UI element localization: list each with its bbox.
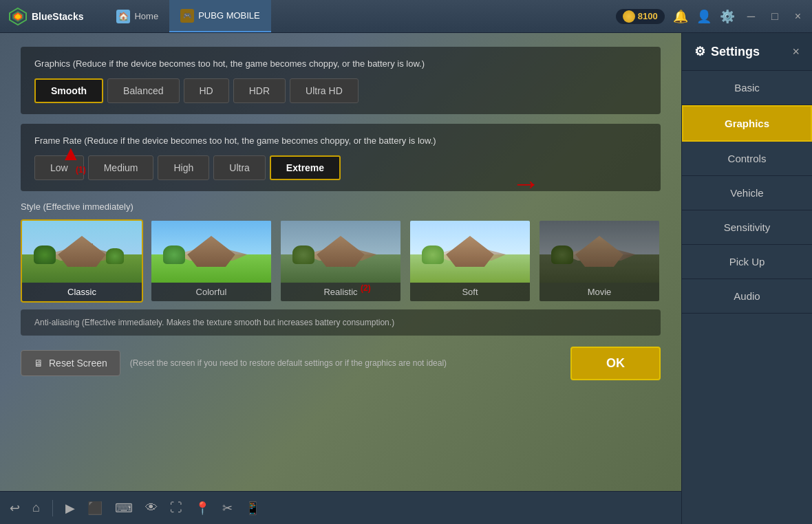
tab-pubg[interactable]: 🎮 PUBG MOBILE (169, 0, 271, 32)
brand-label: BlueStacks (32, 11, 83, 22)
reset-screen-label: Reset Screen (49, 358, 107, 369)
style-realistic-label: Realistic (281, 283, 400, 301)
settings-icon[interactable]: ⚙️ (720, 9, 735, 24)
coin-amount: 8100 (638, 11, 658, 21)
reset-note: (Reset the screen if you need to restore… (130, 358, 561, 368)
quality-balanced-button[interactable]: Balanced (107, 78, 179, 103)
anti-alias-section: Anti-aliasing (Effective immediately. Ma… (21, 309, 661, 336)
settings-header: ⚙ Settings × (682, 33, 812, 71)
record-icon[interactable]: ⬛ (87, 501, 103, 516)
style-movie-thumbnail (539, 221, 659, 283)
anti-alias-text: Anti-aliasing (Effective immediately. Ma… (34, 318, 647, 327)
style-soft-card[interactable]: Soft (409, 219, 531, 303)
settings-close-button[interactable]: × (792, 45, 800, 59)
pubg-tab-icon: 🎮 (180, 9, 194, 23)
fullscreen-icon[interactable]: ⛶ (170, 501, 182, 515)
annotation-1: (1) (76, 165, 86, 175)
coin-badge: 8100 (616, 9, 665, 24)
settings-item-basic[interactable]: Basic (682, 71, 812, 105)
framerate-ultra-button[interactable]: Ultra (213, 155, 266, 180)
style-movie-label: Movie (539, 283, 659, 301)
account-icon[interactable]: 👤 (696, 9, 712, 24)
graphics-quality-title: Graphics (Reduce if the device becomes t… (34, 58, 647, 70)
framerate-title: Frame Rate (Reduce if the device becomes… (34, 135, 647, 147)
play-icon[interactable]: ▶ (65, 501, 75, 516)
framerate-extreme-button[interactable]: Extreme (270, 155, 341, 180)
main-layout: Graphics (Reduce if the device becomes t… (0, 33, 812, 524)
logo-area: BlueStacks (0, 7, 105, 26)
bluestacks-logo-icon (8, 7, 28, 26)
reset-screen-button[interactable]: 🖥 Reset Screen (21, 350, 120, 376)
gear-icon: ⚙ (694, 44, 705, 59)
style-colorful-card[interactable]: Colorful (150, 219, 273, 303)
framerate-section: Frame Rate (Reduce if the device becomes… (21, 124, 661, 191)
quality-hd-button[interactable]: HD (184, 78, 229, 103)
style-classic-label: Classic (22, 283, 142, 301)
pubg-tab-label: PUBG MOBILE (198, 10, 260, 21)
style-colorful-thumbnail (151, 221, 271, 283)
settings-item-pickup[interactable]: Pick Up (682, 245, 812, 279)
settings-item-sensitivity[interactable]: Sensitivity (682, 210, 812, 245)
coin-icon (623, 10, 635, 23)
arrow-up-1-icon: ▲ (61, 142, 81, 165)
framerate-high-button[interactable]: High (158, 155, 209, 180)
style-title: Style (Effective immediately) (21, 201, 661, 213)
close-window-button[interactable]: × (791, 10, 805, 23)
graphics-quality-buttons: Smooth Balanced HD HDR Ultra HD (34, 78, 647, 103)
content-area: Graphics (Reduce if the device becomes t… (0, 33, 681, 524)
settings-item-controls[interactable]: Controls (682, 142, 812, 176)
ok-button[interactable]: OK (570, 347, 661, 380)
settings-item-graphics[interactable]: Graphics (682, 105, 812, 142)
location-icon[interactable]: 📍 (195, 501, 210, 516)
settings-item-audio[interactable]: Audio (682, 279, 812, 314)
quality-smooth-button[interactable]: Smooth (34, 78, 103, 103)
taskbar: ↩ ⌂ ▶ ⬛ ⌨ 👁 ⛶ 📍 ✂ 📱 (0, 491, 681, 524)
style-section: Style (Effective immediately) Classic (21, 201, 661, 302)
maximize-button[interactable]: □ (767, 10, 782, 23)
home-tab-label: Home (134, 11, 158, 21)
quality-hdr-button[interactable]: HDR (233, 78, 286, 103)
style-realistic-thumbnail (281, 221, 400, 283)
settings-title: ⚙ Settings (694, 44, 760, 59)
style-movie-card[interactable]: Movie (538, 219, 661, 303)
style-colorful-label: Colorful (151, 283, 271, 301)
titlebar-right: 8100 🔔 👤 ⚙️ ─ □ × (616, 9, 812, 24)
style-classic-card[interactable]: Classic (21, 219, 143, 303)
style-grid: Classic Colorful (21, 219, 661, 303)
framerate-buttons: Low Medium High Ultra Extreme (34, 155, 647, 180)
eye-icon[interactable]: 👁 (145, 501, 158, 515)
settings-panel: ⚙ Settings × Basic Graphics Controls Veh… (681, 33, 812, 524)
scissors-icon[interactable]: ✂ (222, 501, 233, 516)
graphics-quality-section: Graphics (Reduce if the device becomes t… (21, 47, 661, 114)
home-tab-icon: 🏠 (116, 10, 130, 23)
settings-item-vehicle[interactable]: Vehicle (682, 176, 812, 210)
style-soft-label: Soft (410, 283, 530, 301)
phone-icon[interactable]: 📱 (245, 501, 260, 516)
bottom-bar: 🖥 Reset Screen (Reset the screen if you … (21, 341, 661, 386)
home-icon[interactable]: ⌂ (32, 501, 40, 515)
style-realistic-card[interactable]: Realistic (279, 219, 402, 303)
keyboard-icon[interactable]: ⌨ (115, 501, 133, 516)
reset-screen-icon: 🖥 (34, 358, 43, 369)
minimize-button[interactable]: ─ (743, 10, 759, 23)
quality-ultrahd-button[interactable]: Ultra HD (290, 78, 359, 103)
style-classic-thumbnail (22, 221, 142, 283)
style-soft-thumbnail (410, 221, 530, 283)
arrow-right-icon: → (511, 169, 540, 198)
titlebar: BlueStacks 🏠 Home 🎮 PUBG MOBILE 8100 🔔 👤… (0, 0, 812, 33)
framerate-medium-button[interactable]: Medium (88, 155, 154, 180)
taskbar-separator-1 (52, 500, 53, 516)
back-icon[interactable]: ↩ (10, 501, 20, 516)
tab-home[interactable]: 🏠 Home (105, 0, 169, 32)
annotation-2: (2) (361, 283, 371, 293)
notification-icon[interactable]: 🔔 (673, 9, 688, 24)
